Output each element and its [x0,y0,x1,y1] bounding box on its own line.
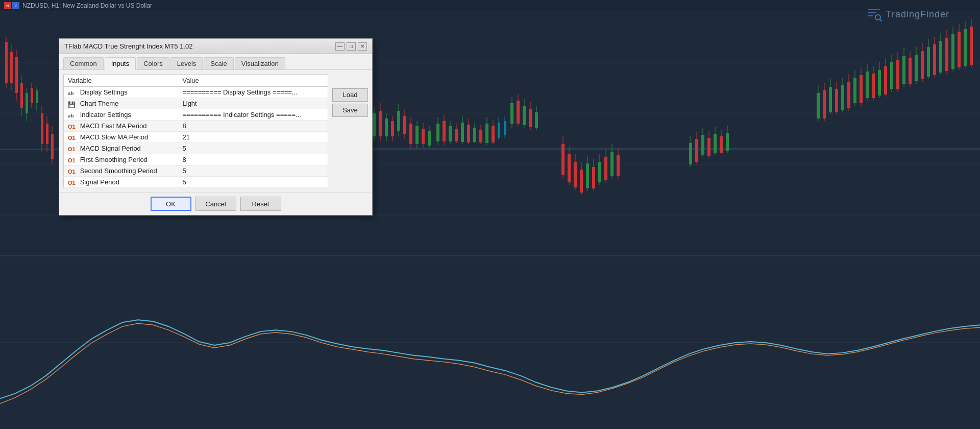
close-button[interactable]: ✕ [358,42,367,51]
row-variable: O1 Signal Period [64,177,179,188]
tab-scale[interactable]: Scale [204,57,234,69]
table-wrapper: Variable Value ab Display Settings [63,74,328,188]
row-variable: O1 MACD Fast MA Period [64,121,179,132]
row-value-4: 8 [179,121,328,132]
row-label-9: Signal Period [80,178,119,186]
ab-icon-1: ab [68,90,76,96]
minimize-button[interactable]: — [335,42,345,51]
row-label-2: Chart Theme [80,100,119,107]
row-value-5: 21 [179,132,328,143]
save-button[interactable]: Save [332,104,368,117]
row-variable: O1 MACD Slow MA Period [64,132,179,143]
dialog-overlay: TFlab MACD True Strenght Index MT5 1.02 … [0,0,980,255]
params-table: Variable Value ab Display Settings [63,74,328,188]
row-label-1: Display Settings [80,88,128,96]
ok-button[interactable]: OK [151,197,191,211]
row-variable: ab Display Settings [64,87,179,98]
o1-icon-5: O1 [68,135,76,141]
o1-icon-7: O1 [68,157,76,163]
row-label-4: MACD Fast MA Period [80,122,147,130]
table-row[interactable]: O1 First Smoothing Period 8 [64,154,328,165]
row-label-7: First Smoothing Period [80,156,148,163]
dialog-tabs: Common Inputs Colors Levels Scale Visual… [59,54,372,70]
row-label-3: Indicator Settings [80,111,131,118]
row-variable: O1 First Smoothing Period [64,154,179,165]
ab-icon-3: ab [68,112,76,118]
row-value-9: 5 [179,177,328,188]
dialog-body: Variable Value ab Display Settings [59,70,372,192]
col-value: Value [179,75,328,87]
table-row[interactable]: 💾 Chart Theme Light [64,98,328,109]
reset-button[interactable]: Reset [240,197,281,211]
settings-dialog: TFlab MACD True Strenght Index MT5 1.02 … [59,38,373,216]
table-row[interactable]: ab Display Settings ========== Display S… [64,87,328,98]
window-controls: — □ ✕ [335,42,367,51]
tab-inputs[interactable]: Inputs [105,57,136,70]
tab-visualization[interactable]: Visualization [235,57,285,69]
o1-icon-8: O1 [68,169,76,175]
tab-common[interactable]: Common [63,57,104,69]
row-label-6: MACD Signal Period [80,145,141,152]
row-variable: O1 Second Smoothing Period [64,165,179,177]
row-variable: ab Indicator Settings [64,109,179,121]
load-button[interactable]: Load [332,88,368,102]
row-variable: O1 MACD Signal Period [64,143,179,154]
o1-icon-6: O1 [68,146,76,152]
cancel-button[interactable]: Cancel [195,197,236,211]
row-value-8: 5 [179,165,328,177]
row-value-6: 5 [179,143,328,154]
row-label-5: MACD Slow MA Period [80,133,149,141]
table-row[interactable]: O1 Second Smoothing Period 5 [64,165,328,177]
table-row[interactable]: O1 Signal Period 5 [64,177,328,188]
table-row[interactable]: O1 MACD Fast MA Period 8 [64,121,328,132]
indicator-chart [0,256,980,429]
row-value-3: ========== Indicator Settings =====... [179,109,328,121]
table-row[interactable]: O1 MACD Slow MA Period 21 [64,132,328,143]
row-value-2: Light [179,98,328,109]
table-row[interactable]: O1 MACD Signal Period 5 [64,143,328,154]
side-button-group: Load Save [332,74,368,188]
disk-icon-2: 💾 [68,101,76,107]
indicator-panel: TSI MACD -6.852796 18.653108 [0,255,980,429]
tab-levels[interactable]: Levels [170,57,203,69]
table-container: Variable Value ab Display Settings [63,74,368,188]
row-label-8: Second Smoothing Period [80,167,157,175]
row-value-7: 8 [179,154,328,165]
table-row[interactable]: ab Indicator Settings ========== Indicat… [64,109,328,121]
dialog-footer: OK Cancel Reset [59,192,372,215]
o1-icon-9: O1 [68,180,76,186]
dialog-titlebar: TFlab MACD True Strenght Index MT5 1.02 … [59,39,372,54]
tab-colors[interactable]: Colors [137,57,169,69]
row-value-1: ========== Display Settings =====... [179,87,328,98]
dialog-title: TFlab MACD True Strenght Index MT5 1.02 [64,42,192,50]
row-variable: 💾 Chart Theme [64,98,179,109]
maximize-button[interactable]: □ [347,42,356,51]
o1-icon-4: O1 [68,124,76,130]
col-variable: Variable [64,75,179,87]
